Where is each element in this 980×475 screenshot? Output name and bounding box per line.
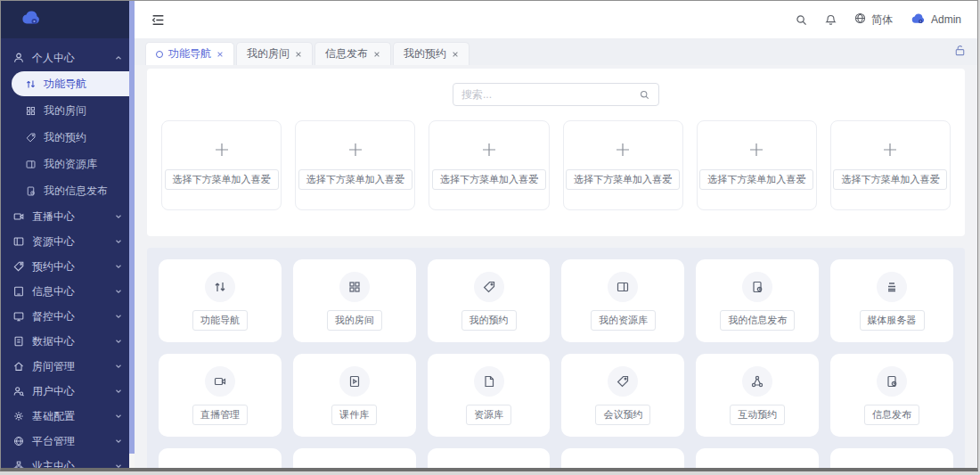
tab-close-icon[interactable] bbox=[216, 51, 224, 58]
card-partial[interactable] bbox=[561, 448, 684, 468]
card-label: 我的信息发布 bbox=[720, 310, 795, 331]
card-courseware-library[interactable]: 课件库 bbox=[293, 354, 416, 437]
tab-close-icon[interactable] bbox=[295, 51, 302, 58]
favorite-slot-4[interactable]: 选择下方菜单加入喜爱 bbox=[563, 120, 683, 210]
card-resource-library[interactable]: 资源库 bbox=[428, 354, 551, 437]
tab-info-publish[interactable]: 信息发布 bbox=[314, 42, 391, 65]
card-partial[interactable] bbox=[159, 448, 282, 468]
favorite-slot-2[interactable]: 选择下方菜单加入喜爱 bbox=[295, 120, 415, 210]
tab-close-icon[interactable] bbox=[452, 51, 459, 58]
sidebar-item-my-reservations[interactable]: 我的预约 bbox=[1, 124, 135, 151]
sidebar-group-personal-center[interactable]: 个人中心 bbox=[1, 45, 135, 70]
camera-icon bbox=[205, 366, 235, 397]
chevron-down-icon bbox=[114, 212, 123, 221]
favorite-slot-5[interactable]: 选择下方菜单加入喜爱 bbox=[697, 120, 817, 210]
card-my-info-publish[interactable]: 我的信息发布 bbox=[696, 259, 819, 342]
feature-grid-section: 功能导航 我的房间 我的预约 bbox=[147, 248, 965, 468]
sidebar-group-user-center[interactable]: 用户中心 bbox=[1, 379, 135, 404]
sidebar-item-my-resources[interactable]: 我的资源库 bbox=[1, 151, 135, 177]
person-icon bbox=[12, 52, 25, 64]
tab-label: 功能导航 bbox=[168, 46, 211, 61]
chevron-down-icon bbox=[114, 337, 123, 346]
card-function-nav[interactable]: 功能导航 bbox=[159, 259, 282, 342]
tab-close-icon[interactable] bbox=[373, 51, 380, 58]
sidebar-group-owner-center[interactable]: 业主中心 bbox=[1, 454, 135, 468]
user-search-icon bbox=[12, 385, 25, 397]
sidebar-group-supervision-center[interactable]: 督控中心 bbox=[1, 304, 135, 329]
sidebar-group-data-center[interactable]: 数据中心 bbox=[1, 329, 135, 354]
card-label: 会议预约 bbox=[595, 405, 650, 425]
card-partial[interactable] bbox=[293, 448, 416, 468]
card-label: 信息发布 bbox=[864, 405, 919, 425]
sidebar-group-live-center[interactable]: 直播中心 bbox=[1, 204, 135, 229]
favorite-slot-label: 选择下方菜单加入喜爱 bbox=[432, 169, 546, 190]
sidebar-group-label: 个人中心 bbox=[32, 51, 75, 66]
sidebar-group-info-center[interactable]: 信息中心 bbox=[1, 279, 135, 304]
sidebar-group-basic-config[interactable]: 基础配置 bbox=[1, 404, 135, 429]
card-my-resources[interactable]: 我的资源库 bbox=[561, 259, 684, 342]
grid-icon bbox=[25, 105, 37, 117]
sidebar-group-label: 预约中心 bbox=[32, 259, 75, 274]
favorites-card-row: 选择下方菜单加入喜爱 选择下方菜单加入喜爱 选择下方菜单加入喜爱 选择下方菜单加… bbox=[161, 120, 951, 210]
card-media-server[interactable]: 媒体服务器 bbox=[830, 259, 953, 342]
sidebar-item-my-info-publish[interactable]: 我的信息发布 bbox=[1, 177, 135, 204]
card-label: 课件库 bbox=[331, 405, 377, 425]
sidebar-scrollbar[interactable] bbox=[129, 1, 135, 468]
camera-icon bbox=[12, 210, 25, 223]
notification-bell-icon[interactable] bbox=[824, 13, 837, 27]
document-icon bbox=[474, 366, 504, 397]
sidebar-logo-bar bbox=[1, 1, 135, 38]
sidebar-group-label: 基础配置 bbox=[32, 409, 75, 424]
chevron-down-icon bbox=[114, 412, 123, 421]
page-content: 选择下方菜单加入喜爱 选择下方菜单加入喜爱 选择下方菜单加入喜爱 选择下方菜单加… bbox=[135, 65, 977, 468]
sidebar-group-resource-center[interactable]: 资源中心 bbox=[1, 229, 135, 254]
sidebar-collapse-icon[interactable] bbox=[151, 12, 166, 28]
chevron-down-icon bbox=[114, 262, 123, 271]
sidebar-item-label: 我的信息发布 bbox=[44, 184, 108, 199]
sidebar-item-my-rooms[interactable]: 我的房间 bbox=[1, 97, 135, 124]
sidebar-group-reservation-center[interactable]: 预约中心 bbox=[1, 254, 135, 279]
sidebar-group-label: 用户中心 bbox=[32, 384, 75, 399]
search-magnifier-icon[interactable] bbox=[639, 89, 650, 101]
tag-icon bbox=[608, 366, 638, 397]
search-icon[interactable] bbox=[795, 13, 808, 27]
header-actions: 简体 Admin bbox=[795, 12, 961, 29]
user-menu[interactable]: Admin bbox=[909, 12, 961, 29]
card-interactive-reservation[interactable]: 互动预约 bbox=[696, 354, 819, 437]
tag-icon bbox=[25, 132, 37, 143]
favorite-slot-label: 选择下方菜单加入喜爱 bbox=[298, 169, 412, 190]
card-partial[interactable] bbox=[830, 448, 953, 468]
sidebar-group-label: 资源中心 bbox=[32, 234, 75, 250]
card-label: 我的房间 bbox=[327, 310, 382, 331]
sidebar-group-room-management[interactable]: 房间管理 bbox=[1, 354, 135, 379]
unlock-icon[interactable] bbox=[953, 44, 967, 57]
language-switcher[interactable]: 简体 bbox=[853, 12, 893, 28]
tab-my-rooms[interactable]: 我的房间 bbox=[236, 42, 313, 65]
favorite-slot-6[interactable]: 选择下方菜单加入喜爱 bbox=[830, 120, 951, 210]
plus-icon bbox=[214, 142, 230, 158]
share-network-icon bbox=[742, 366, 772, 397]
top-header: 简体 Admin bbox=[135, 1, 977, 38]
card-partial[interactable] bbox=[428, 448, 551, 468]
sidebar-item-function-nav[interactable]: 功能导航 bbox=[12, 71, 135, 96]
favorite-slot-1[interactable]: 选择下方菜单加入喜爱 bbox=[161, 120, 282, 210]
card-label: 功能导航 bbox=[192, 310, 248, 331]
search-input[interactable] bbox=[461, 88, 639, 101]
card-my-rooms[interactable]: 我的房间 bbox=[293, 259, 416, 342]
plus-icon bbox=[615, 142, 631, 158]
card-partial[interactable] bbox=[696, 448, 819, 468]
tab-function-nav[interactable]: 功能导航 bbox=[145, 42, 234, 65]
app-window: 个人中心 功能导航 我的房间 bbox=[0, 0, 978, 471]
sidebar-group-platform-management[interactable]: 平台管理 bbox=[1, 429, 135, 454]
sidebar-menu: 个人中心 功能导航 我的房间 bbox=[1, 38, 135, 468]
card-info-publish[interactable]: 信息发布 bbox=[830, 354, 953, 437]
card-live-management[interactable]: 直播管理 bbox=[159, 354, 282, 437]
favorite-slot-3[interactable]: 选择下方菜单加入喜爱 bbox=[429, 120, 549, 210]
tab-my-reservations[interactable]: 我的预约 bbox=[393, 42, 470, 65]
card-meeting-reservation[interactable]: 会议预约 bbox=[561, 354, 684, 437]
card-my-reservations[interactable]: 我的预约 bbox=[428, 259, 551, 342]
card-label: 直播管理 bbox=[192, 405, 248, 425]
plus-icon bbox=[882, 142, 898, 158]
tag-icon bbox=[12, 260, 25, 273]
sort-arrows-icon bbox=[25, 78, 37, 90]
